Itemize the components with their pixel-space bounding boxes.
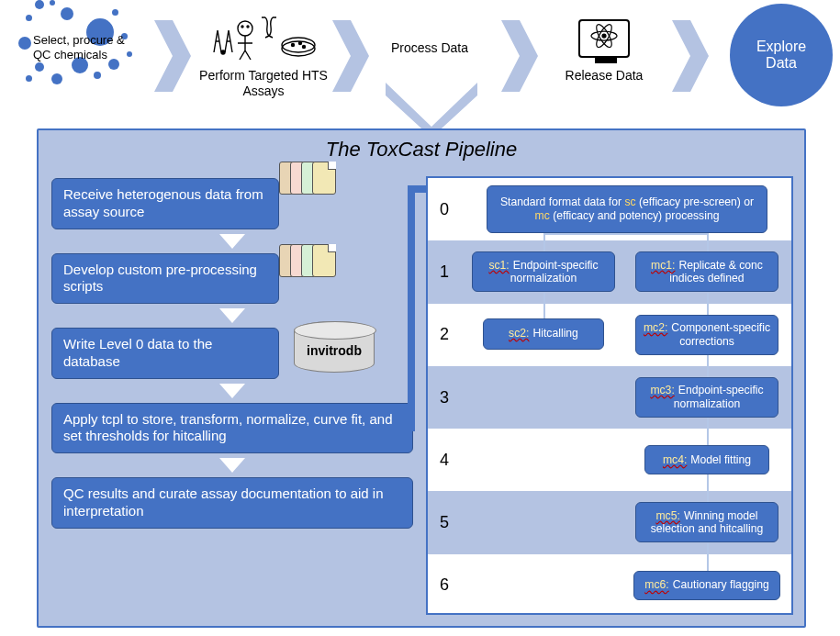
explore-label-1: Explore [756,39,806,55]
stage-release-data: Release Data [549,13,659,84]
table-row: 1 sc1:Endpoint-specific normalization mc… [428,240,791,303]
connector [408,185,428,193]
l0-text-c: (efficacy and potency) processing [550,209,720,222]
level-number: 4 [428,429,461,491]
step-receive-data: Receive heterogenous data from assay sou… [51,178,279,229]
node-sc2: sc2:Hitcalling [483,318,604,350]
node-mc4: mc4:Model fitting [644,445,769,474]
down-arrow-icon [219,308,245,323]
node-mc2: mc2:Component-specific corrections [635,315,778,355]
stage-select-chemicals: Select, procure & QC chemicals [0,0,156,91]
svg-point-7 [299,42,302,45]
step-preprocessing: Develop custom pre-processing scripts [51,253,279,305]
stage-3-label: Process Data [375,40,485,56]
down-arrow-icon [219,384,245,398]
chevron-icon [154,20,191,92]
lab-icon [195,11,332,64]
level-number: 2 [428,304,461,366]
panel-title: The ToxCast Pipeline [48,138,795,162]
table-row: 5 mc5:Winning model selection and hitcal… [428,491,791,553]
l0-mc: mc [535,209,550,222]
table-row: 0 Standard format data for sc (efficacy … [428,178,791,240]
chevron-icon [672,20,709,92]
svg-point-3 [247,26,249,28]
chevron-icon [501,20,538,92]
documents-icon [279,162,336,195]
chevron-icon [332,20,369,92]
svg-point-2 [241,26,243,28]
node-mc1: mc1:Replicate & conc indices defined [635,251,778,292]
l0-text-b: (efficacy pre-screen) or [636,195,754,208]
down-arrow-icon [219,458,245,473]
node-mc6: mc6:Cautionary flagging [633,571,780,600]
level-number: 0 [428,178,461,240]
svg-point-5 [282,38,315,52]
l0-sc: sc [624,195,635,208]
step-apply-tcpl: Apply tcpl to store, transform, normaliz… [51,403,413,454]
node-level0: Standard format data for sc (efficacy pr… [487,185,767,233]
documents-icon [279,244,336,277]
svg-point-1 [238,21,252,36]
molecule-cluster-icon: Select, procure & QC chemicals [0,0,156,87]
svg-point-0 [221,50,225,54]
table-row: 6 mc6:Cautionary flagging [428,554,791,617]
level-number: 5 [428,491,461,553]
stage-1-label: Select, procure & QC chemicals [33,33,138,61]
stage-4-label: Release Data [549,68,659,84]
stage-hts-assays: Perform Targeted HTS Assays [195,11,332,99]
l0-text-a: Standard format data for [500,195,625,208]
level-number: 6 [428,554,461,617]
node-sc1: sc1:Endpoint-specific normalization [472,251,615,292]
down-arrow-icon [219,234,245,249]
svg-point-6 [292,44,295,47]
monitor-atom-icon [549,13,659,64]
toxcast-pipeline-panel: The ToxCast Pipeline Receive heterogenou… [37,128,806,628]
stage-process-data: Process Data [375,40,485,56]
level-number: 3 [428,366,461,429]
explore-label-2: Data [766,55,797,72]
level-number: 1 [428,240,461,303]
step-qc-curate: QC results and curate assay documentatio… [51,477,413,529]
stage-2-label: Perform Targeted HTS Assays [195,68,332,99]
database-icon: invitrodb [294,321,375,373]
table-row: 2 sc2:Hitcalling mc2:Component-specific … [428,304,791,366]
node-mc3: mc3:Endpoint-specific normalization [635,377,778,418]
connector [408,187,415,431]
svg-point-8 [303,46,306,49]
db-label: invitrodb [294,343,375,358]
table-row: 3 mc3:Endpoint-specific normalization [428,366,791,429]
node-mc5: mc5:Winning model selection and hitcalli… [635,502,778,542]
levels-table: 0 Standard format data for sc (efficacy … [426,176,793,615]
step-write-level0: Write Level 0 data to the database [51,328,279,379]
table-row: 4 mc4:Model fitting [428,429,791,491]
svg-point-12 [602,34,606,38]
stage-explore-data: Explore Data [730,4,833,106]
